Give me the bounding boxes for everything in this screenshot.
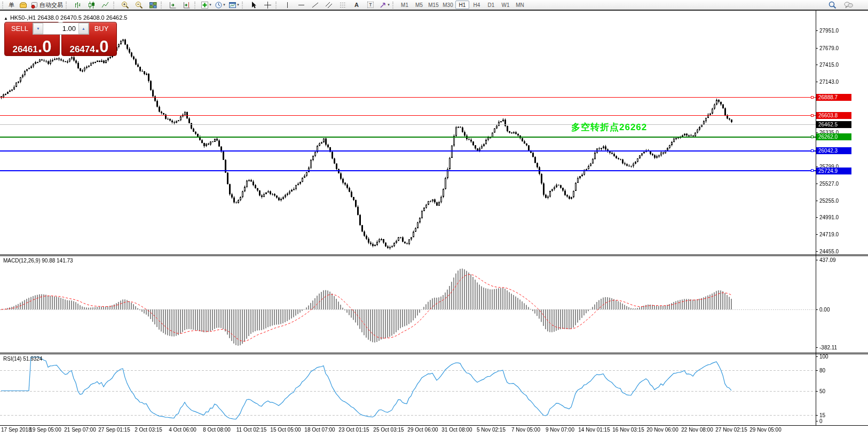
- label-tool-button[interactable]: T: [364, 1, 377, 9]
- axis-tick-label: 27415.0: [819, 62, 839, 68]
- horizontal-line-icon: [297, 1, 305, 9]
- timeframe-button-d1[interactable]: D1: [484, 1, 498, 9]
- search-icon: [828, 1, 837, 9]
- toolbar-grip[interactable]: [392, 2, 395, 9]
- horizontal-line-button[interactable]: [295, 1, 307, 9]
- timeframe-button-m5[interactable]: M5: [412, 1, 426, 9]
- periods-button[interactable]: ▾: [214, 1, 226, 9]
- axis-tick-label: 25255.0: [819, 198, 839, 204]
- order-menu-label[interactable]: 单: [7, 1, 15, 9]
- line-chart-button[interactable]: [99, 1, 112, 9]
- timeframe-button-h1[interactable]: H1: [455, 1, 469, 9]
- toolbar-grip[interactable]: [2, 2, 5, 9]
- level-drag-handle[interactable]: [811, 149, 814, 152]
- toolbar-grip[interactable]: [66, 2, 68, 9]
- zoom-out-button[interactable]: [132, 1, 145, 9]
- auto-scroll-button[interactable]: [166, 1, 179, 9]
- fibonacci-icon: [339, 1, 347, 9]
- volume-input[interactable]: 1.00: [43, 23, 78, 34]
- level-drag-handle[interactable]: [811, 114, 814, 117]
- rsi-axis-label: 80: [819, 368, 825, 373]
- price-level-label-26262.0: 26262.0: [816, 133, 851, 140]
- zoom-in-button[interactable]: [119, 1, 131, 9]
- text-tool-icon: A: [354, 2, 359, 8]
- volume-spinner: ▼ 1.00 ▲: [33, 22, 89, 35]
- price-level-line-26042.3[interactable]: [0, 150, 816, 152]
- chart-title-text: HK50-,H1 26438.0 26470.5 26408.0 26462.5: [10, 14, 128, 21]
- buy-price: 26474.0: [62, 39, 116, 55]
- timeframe-button-w1[interactable]: W1: [499, 1, 512, 9]
- fibonacci-button[interactable]: [336, 1, 349, 9]
- timeframe-button-m15[interactable]: M15: [427, 1, 440, 9]
- price-level-label-26603.8: 26603.8: [816, 112, 851, 119]
- vertical-line-button[interactable]: [281, 1, 294, 9]
- price-level-label-26462.5: 26462.5: [816, 121, 851, 128]
- timeframe-button-h4[interactable]: H4: [470, 1, 484, 9]
- toolbar-grip[interactable]: [113, 2, 116, 9]
- dropdown-arrow-icon[interactable]: ▾: [223, 3, 225, 7]
- dropdown-arrow-icon[interactable]: ▾: [388, 3, 390, 7]
- arrows-tool-button[interactable]: ▾: [378, 1, 391, 9]
- candlestick-chart-icon: [88, 1, 96, 9]
- sell-price-main: 26461: [12, 44, 37, 54]
- time-axis-label: 23 Oct 01:15: [338, 427, 369, 433]
- timeframe-button-mn[interactable]: MN: [513, 1, 527, 9]
- chart-shift-button[interactable]: [180, 1, 193, 9]
- indicators-button[interactable]: ▾: [200, 1, 212, 9]
- level-drag-handle[interactable]: [811, 169, 814, 172]
- equidistant-channel-icon: [325, 1, 333, 9]
- bar-chart-icon: [74, 1, 82, 9]
- timeframe-button-m1[interactable]: M1: [398, 1, 412, 9]
- chart-surface[interactable]: [0, 0, 868, 438]
- price-level-line-26462.5[interactable]: [0, 124, 816, 125]
- new-order-button[interactable]: [17, 1, 29, 9]
- toolbar-grip[interactable]: [242, 2, 244, 9]
- tile-windows-button[interactable]: [146, 1, 159, 9]
- timeframe-button-m30[interactable]: M30: [441, 1, 455, 9]
- volume-decrease-button[interactable]: ▼: [33, 23, 43, 34]
- toolbar-grip[interactable]: [275, 2, 278, 9]
- toolbar-right: [826, 1, 855, 9]
- templates-button[interactable]: ▾: [227, 1, 240, 9]
- autotrading-button[interactable]: 自动交易: [30, 1, 64, 9]
- dropdown-arrow-icon[interactable]: ▾: [237, 3, 239, 7]
- chat-button[interactable]: [842, 1, 855, 9]
- time-axis-label: 17 Sep 2018: [1, 427, 31, 433]
- price-level-line-26888.7[interactable]: [0, 97, 816, 98]
- sell-price-pips: .0: [38, 37, 52, 56]
- trendline-button[interactable]: [309, 1, 321, 9]
- indicators-add-icon: [201, 1, 209, 9]
- macd-axis-label: -382.11: [819, 345, 837, 351]
- macd-label: MACD(12,26,9) 90.88 141.73: [3, 258, 73, 264]
- cursor-button[interactable]: [247, 1, 260, 9]
- crosshair-button[interactable]: [261, 1, 274, 9]
- price-level-line-26603.8[interactable]: [0, 115, 816, 116]
- axis-tick-label: 25527.0: [819, 181, 839, 187]
- volume-increase-button[interactable]: ▲: [78, 23, 89, 34]
- price-level-line-26262.0[interactable]: [0, 137, 816, 138]
- sell-price: 26461.0: [5, 39, 59, 55]
- candlestick-chart-button[interactable]: [85, 1, 98, 9]
- toolbar-grip[interactable]: [194, 2, 197, 9]
- level-drag-handle[interactable]: [811, 96, 814, 99]
- dropdown-arrow-icon[interactable]: ▾: [209, 3, 211, 7]
- label-tool-icon: T: [367, 2, 374, 8]
- toolbar-grip[interactable]: [161, 2, 163, 9]
- price-level-line-25724.9[interactable]: [0, 170, 816, 171]
- level-drag-handle[interactable]: [811, 136, 814, 138]
- text-tool-button[interactable]: A: [350, 1, 363, 9]
- sell-label: SELL: [6, 25, 34, 33]
- symbol-search-button[interactable]: [826, 1, 839, 9]
- equidistant-channel-button[interactable]: [322, 1, 335, 9]
- main-toolbar: 单 自动交易: [0, 0, 868, 10]
- text-annotation[interactable]: 多空转折点26262: [571, 121, 647, 133]
- clock-icon: [215, 1, 223, 9]
- rsi-pane-divider[interactable]: [0, 353, 868, 354]
- macd-pane-divider[interactable]: [0, 254, 868, 256]
- price-level-label-25724.9: 25724.9: [816, 168, 851, 174]
- tile-windows-icon: [149, 1, 157, 9]
- time-axis-label: 8 Oct 08:00: [203, 427, 231, 433]
- one-click-trade-panel: SELL 26461.0 BUY 26474.0 ▼ 1.00 ▲: [4, 22, 117, 56]
- time-axis-label: 20 Nov 06:00: [646, 427, 678, 433]
- bar-chart-button[interactable]: [71, 1, 84, 9]
